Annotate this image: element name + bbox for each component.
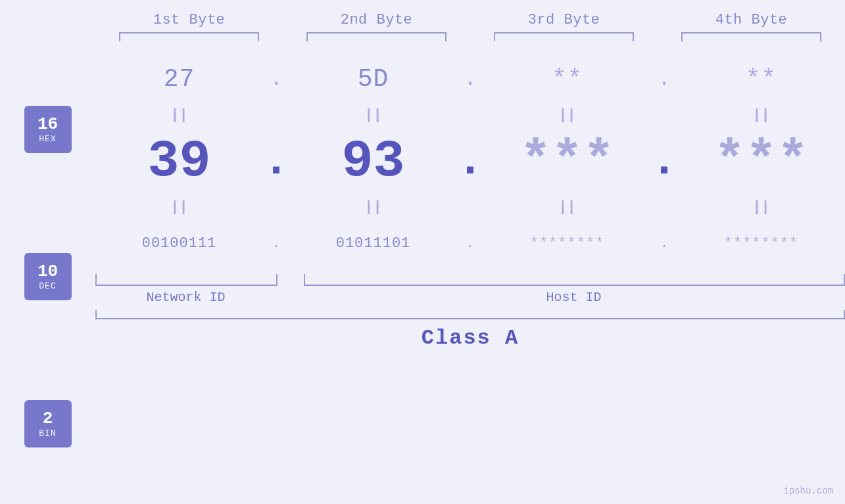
bin-badge-num: 2 bbox=[43, 409, 53, 428]
hex-cell-2: 5D bbox=[289, 65, 457, 93]
hex-badge: 16 HEX bbox=[24, 106, 72, 153]
hex-val-2: 5D bbox=[358, 65, 389, 93]
bin-val-2: 01011101 bbox=[336, 235, 411, 252]
dec-val-3: *** bbox=[519, 131, 614, 191]
byte3-header: 3rd Byte bbox=[470, 12, 658, 28]
dec-badge-label: DEC bbox=[39, 281, 56, 291]
host-id-bracket bbox=[304, 274, 845, 286]
eq2-4: || bbox=[677, 199, 845, 216]
bin-val-4: ******** bbox=[724, 235, 799, 252]
hex-val-3: ** bbox=[552, 65, 583, 93]
dec-sep-2: . bbox=[457, 135, 483, 187]
dec-row: 39 . 93 . *** . *** bbox=[95, 125, 845, 197]
top-bracket-2 bbox=[306, 32, 447, 41]
bin-cell-2: 01011101 bbox=[289, 235, 457, 252]
eq-4: || bbox=[677, 107, 845, 124]
eq-1: || bbox=[95, 107, 263, 124]
hex-badge-label: HEX bbox=[39, 134, 56, 144]
byte4-header: 4th Byte bbox=[658, 12, 845, 28]
watermark: ipshu.com bbox=[783, 486, 833, 496]
hex-cell-3: ** bbox=[483, 65, 651, 93]
bin-cell-4: ******** bbox=[677, 235, 845, 252]
hex-cell-1: 27 bbox=[95, 65, 263, 93]
dec-cell-3: *** bbox=[483, 131, 651, 191]
bin-val-1: 00100111 bbox=[142, 235, 217, 252]
bin-badge-label: BIN bbox=[39, 428, 56, 438]
eq-3: || bbox=[483, 107, 651, 124]
bin-cell-1: 00100111 bbox=[95, 235, 263, 252]
dec-cell-4: *** bbox=[677, 131, 845, 191]
top-bracket-row bbox=[0, 31, 845, 43]
bracket-sep-1 bbox=[278, 274, 304, 286]
bin-sep-3: . bbox=[651, 236, 677, 251]
bracket-cell-4 bbox=[658, 31, 845, 43]
hex-row: 27 . 5D . ** . ** bbox=[95, 53, 845, 105]
byte2-header: 2nd Byte bbox=[283, 12, 470, 28]
eq-row-2: || || || || bbox=[95, 197, 845, 217]
dec-cell-1: 39 bbox=[95, 131, 263, 191]
dec-sep-1: . bbox=[263, 135, 289, 187]
hex-sep-2: . bbox=[457, 67, 483, 91]
bin-row: 00100111 . 01011101 . ******** . bbox=[95, 217, 845, 269]
eq-row-1: || || || || bbox=[95, 105, 845, 125]
eq-2: || bbox=[289, 107, 457, 124]
network-id-bracket bbox=[95, 274, 278, 286]
network-id-label: Network ID bbox=[95, 290, 276, 305]
bin-sep-1: . bbox=[263, 236, 289, 251]
byte1-header: 1st Byte bbox=[95, 12, 283, 28]
hex-val-1: 27 bbox=[164, 65, 195, 93]
main-container: 1st Byte 2nd Byte 3rd Byte 4th Byte 16 H… bbox=[0, 0, 845, 504]
main-area: 16 HEX 10 DEC 2 BIN 27 . bbox=[0, 49, 845, 504]
id-labels-row: Network ID Host ID bbox=[95, 290, 845, 305]
hex-val-4: ** bbox=[746, 65, 777, 93]
dec-badge-num: 10 bbox=[37, 262, 58, 281]
dec-val-1: 39 bbox=[147, 131, 210, 191]
class-label: Class A bbox=[422, 326, 519, 350]
eq2-1: || bbox=[95, 199, 263, 216]
bin-badge: 2 BIN bbox=[24, 400, 72, 447]
hex-sep-3: . bbox=[651, 67, 677, 91]
bottom-brackets bbox=[95, 274, 845, 286]
top-bracket-3 bbox=[494, 32, 635, 41]
bin-val-3: ******** bbox=[530, 235, 605, 252]
hex-sep-1: . bbox=[263, 67, 289, 91]
bracket-cell-3 bbox=[470, 31, 658, 43]
dec-sep-3: . bbox=[651, 135, 677, 187]
byte-headers-row: 1st Byte 2nd Byte 3rd Byte 4th Byte bbox=[0, 12, 845, 28]
dec-val-2: 93 bbox=[341, 131, 404, 191]
eq2-3: || bbox=[483, 199, 651, 216]
top-bracket-1 bbox=[119, 32, 260, 41]
eq2-2: || bbox=[289, 199, 457, 216]
top-bracket-4 bbox=[681, 32, 822, 41]
data-columns: 27 . 5D . ** . ** bbox=[95, 49, 845, 504]
dec-cell-2: 93 bbox=[289, 131, 457, 191]
hex-cell-4: ** bbox=[677, 65, 845, 93]
hex-badge-num: 16 bbox=[37, 115, 58, 134]
badges-column: 16 HEX 10 DEC 2 BIN bbox=[0, 49, 95, 504]
bin-sep-2: . bbox=[457, 236, 483, 251]
class-row: Class A bbox=[95, 326, 845, 350]
host-id-label: Host ID bbox=[302, 290, 845, 305]
bin-cell-3: ******** bbox=[483, 235, 651, 252]
bracket-cell-1 bbox=[95, 31, 283, 43]
dec-val-4: *** bbox=[713, 131, 808, 191]
dec-badge: 10 DEC bbox=[24, 253, 72, 300]
full-bottom-bracket bbox=[95, 310, 845, 319]
bracket-cell-2 bbox=[283, 31, 470, 43]
